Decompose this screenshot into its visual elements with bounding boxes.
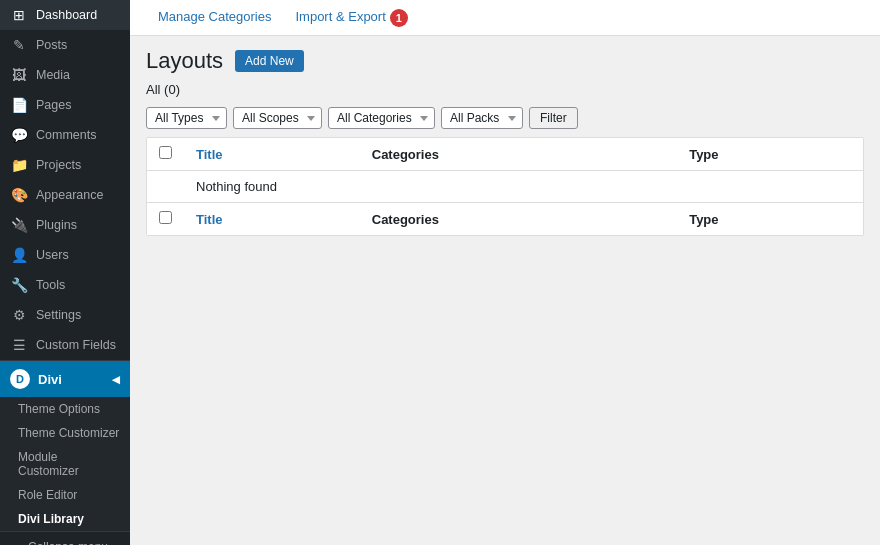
sidebar-label-pages: Pages: [36, 98, 71, 112]
sidebar-label-projects: Projects: [36, 158, 81, 172]
divi-sub-theme-options[interactable]: Theme Options: [0, 397, 130, 421]
divi-sub-divi-library[interactable]: Divi Library: [0, 507, 130, 531]
select-all-header: [147, 138, 184, 171]
types-filter[interactable]: All Types: [146, 107, 227, 129]
sidebar-item-tools[interactable]: 🔧Tools: [0, 270, 130, 300]
sidebar-label-dashboard: Dashboard: [36, 8, 97, 22]
select-all-checkbox[interactable]: [159, 146, 172, 159]
main-content: Manage CategoriesImport & Export1 Layout…: [130, 0, 880, 545]
notification-badge: 1: [390, 9, 408, 27]
collapse-label: Collapse menu: [28, 540, 108, 545]
divi-label: Divi: [38, 372, 62, 387]
sidebar-item-posts[interactable]: ✎Posts: [0, 30, 130, 60]
select-all-footer: [147, 203, 184, 236]
custom-fields-icon: ☰: [10, 337, 28, 353]
all-label: All (0): [130, 82, 880, 97]
filter-button[interactable]: Filter: [529, 107, 578, 129]
sidebar-item-projects[interactable]: 📁Projects: [0, 150, 130, 180]
sidebar-label-comments: Comments: [36, 128, 96, 142]
type-column-footer: Type: [677, 203, 863, 236]
appearance-icon: 🎨: [10, 187, 28, 203]
projects-icon: 📁: [10, 157, 28, 173]
sidebar-item-media[interactable]: 🖼Media: [0, 60, 130, 90]
comments-icon: 💬: [10, 127, 28, 143]
empty-row: Nothing found: [147, 171, 863, 203]
divi-sub-module-customizer[interactable]: Module Customizer: [0, 445, 130, 483]
sidebar-label-posts: Posts: [36, 38, 67, 52]
sidebar-item-comments[interactable]: 💬Comments: [0, 120, 130, 150]
page-title: Layouts: [146, 48, 223, 74]
title-column-header[interactable]: Title: [184, 138, 360, 171]
categories-column-header: Categories: [360, 138, 677, 171]
media-icon: 🖼: [10, 67, 28, 83]
posts-icon: ✎: [10, 37, 28, 53]
data-table: Title Categories Type Nothing found Titl…: [147, 138, 863, 235]
sidebar-item-pages[interactable]: 📄Pages: [0, 90, 130, 120]
sidebar-label-tools: Tools: [36, 278, 65, 292]
tools-icon: 🔧: [10, 277, 28, 293]
divi-sub-theme-customizer[interactable]: Theme Customizer: [0, 421, 130, 445]
title-column-footer[interactable]: Title: [184, 203, 360, 236]
sidebar-item-appearance[interactable]: 🎨Appearance: [0, 180, 130, 210]
all-text: All: [146, 82, 160, 97]
sidebar-label-media: Media: [36, 68, 70, 82]
sidebar-label-custom-fields: Custom Fields: [36, 338, 116, 352]
categories-column-footer: Categories: [360, 203, 677, 236]
sidebar-item-users[interactable]: 👤Users: [0, 240, 130, 270]
sidebar-item-dashboard[interactable]: ⊞Dashboard: [0, 0, 130, 30]
sidebar-label-users: Users: [36, 248, 69, 262]
plugins-icon: 🔌: [10, 217, 28, 233]
type-column-header: Type: [677, 138, 863, 171]
divi-sub-role-editor[interactable]: Role Editor: [0, 483, 130, 507]
filter-row: All Types All Scopes All Categories All …: [130, 103, 880, 137]
sidebar-label-plugins: Plugins: [36, 218, 77, 232]
topbar-tab-manage-categories[interactable]: Manage Categories: [146, 3, 283, 32]
nothing-found-message: Nothing found: [184, 171, 863, 203]
collapse-icon: ←: [10, 540, 22, 545]
sidebar-label-appearance: Appearance: [36, 188, 103, 202]
select-all-checkbox-footer[interactable]: [159, 211, 172, 224]
sidebar-item-custom-fields[interactable]: ☰Custom Fields: [0, 330, 130, 360]
users-icon: 👤: [10, 247, 28, 263]
categories-filter[interactable]: All Categories: [328, 107, 435, 129]
sidebar: ⊞Dashboard✎Posts🖼Media📄Pages💬Comments📁Pr…: [0, 0, 130, 545]
top-bar: Manage CategoriesImport & Export1: [130, 0, 880, 36]
page-header: Layouts Add New: [130, 36, 880, 82]
scopes-filter[interactable]: All Scopes: [233, 107, 322, 129]
collapse-menu-button[interactable]: ← Collapse menu: [0, 531, 130, 545]
all-count: (0): [164, 82, 180, 97]
dashboard-icon: ⊞: [10, 7, 28, 23]
pages-icon: 📄: [10, 97, 28, 113]
sidebar-item-plugins[interactable]: 🔌Plugins: [0, 210, 130, 240]
divi-section: D Divi ◀ Theme OptionsTheme CustomizerMo…: [0, 360, 130, 531]
add-new-button[interactable]: Add New: [235, 50, 304, 72]
layouts-table: Title Categories Type Nothing found Titl…: [146, 137, 864, 236]
packs-filter[interactable]: All Packs: [441, 107, 523, 129]
divi-icon: D: [10, 369, 30, 389]
chevron-left-icon: ◀: [112, 374, 120, 385]
topbar-tab-import-export[interactable]: Import & Export1: [283, 3, 419, 32]
sidebar-item-settings[interactable]: ⚙Settings: [0, 300, 130, 330]
sidebar-label-settings: Settings: [36, 308, 81, 322]
divi-menu-item[interactable]: D Divi ◀: [0, 361, 130, 397]
settings-icon: ⚙: [10, 307, 28, 323]
